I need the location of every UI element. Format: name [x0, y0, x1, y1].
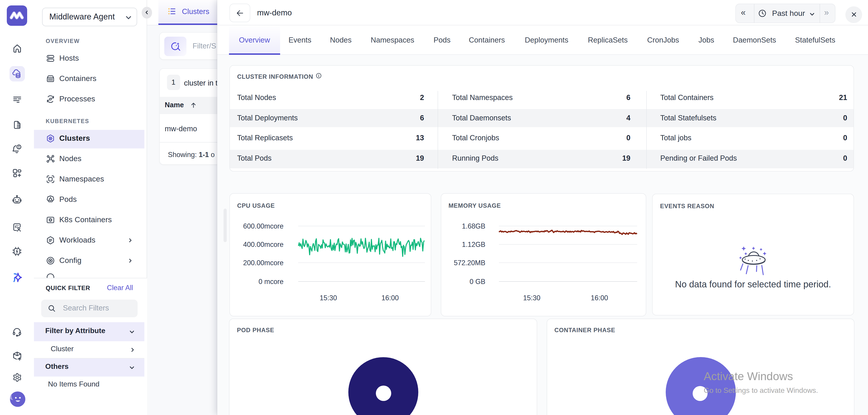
- svg-text:200.00mcore: 200.00mcore: [243, 259, 283, 266]
- svg-text:400.00mcore: 400.00mcore: [243, 240, 283, 248]
- svg-text:16:00: 16:00: [591, 294, 608, 301]
- svg-text:1.68GB: 1.68GB: [462, 222, 485, 230]
- svg-text:600.00mcore: 600.00mcore: [243, 222, 283, 230]
- svg-text:0 mcore: 0 mcore: [258, 278, 283, 285]
- svg-text:0 GB: 0 GB: [469, 278, 485, 285]
- svg-text:572.20MB: 572.20MB: [454, 259, 485, 266]
- svg-text:15:30: 15:30: [319, 294, 337, 301]
- svg-text:1.12GB: 1.12GB: [462, 240, 485, 248]
- svg-text:16:00: 16:00: [381, 294, 399, 301]
- svg-text:15:30: 15:30: [523, 294, 540, 301]
